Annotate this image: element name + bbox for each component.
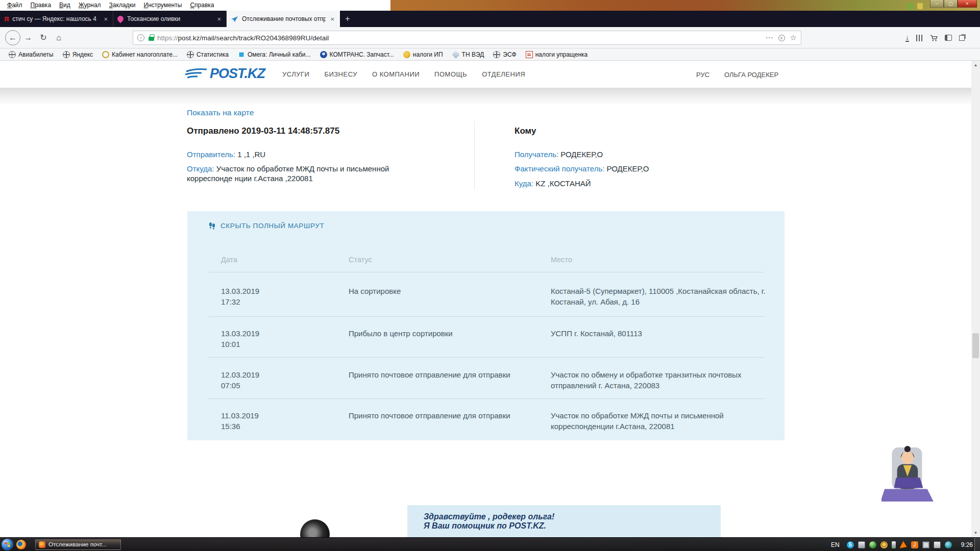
show-on-map-link[interactable]: Показать на карте bbox=[187, 108, 254, 117]
new-tab-button[interactable]: + bbox=[340, 11, 355, 27]
bookmark-nalogi-ip[interactable]: налоги ИП bbox=[400, 49, 447, 60]
bookmark-statistics[interactable]: Статистика bbox=[183, 49, 232, 60]
postkz-logo[interactable]: POST.KZ bbox=[184, 66, 265, 82]
sidebar-icon[interactable] bbox=[945, 35, 952, 41]
tab-close-icon[interactable]: × bbox=[103, 15, 109, 23]
nav-services[interactable]: УСЛУГИ bbox=[282, 70, 309, 78]
tab-yandex-search[interactable]: Я стич су — Яндекс: нашлось 4 × bbox=[0, 11, 113, 27]
header-shadow bbox=[0, 88, 980, 105]
postkz-swoosh-icon bbox=[184, 67, 208, 81]
bookmark-esf[interactable]: ЭСФ bbox=[489, 49, 520, 60]
printer-tray-icon[interactable] bbox=[858, 541, 865, 548]
chat-intro: Я Ваш помощник по POST.KZ. bbox=[424, 521, 721, 531]
extension-icon[interactable] bbox=[959, 35, 965, 41]
footprints-icon bbox=[208, 222, 216, 230]
minimize-button[interactable]: – bbox=[930, 0, 944, 8]
start-button[interactable] bbox=[2, 539, 13, 550]
cart-icon[interactable] bbox=[930, 34, 938, 41]
java-tray-icon[interactable]: J bbox=[911, 541, 918, 548]
show-desktop-button[interactable] bbox=[974, 538, 980, 551]
tab-tuscan-olives[interactable]: Тосканские оливки × bbox=[113, 11, 227, 27]
menu-bar: Файл Правка Вид Журнал Закладки Инструме… bbox=[0, 0, 390, 11]
maximize-button[interactable]: ▢ bbox=[944, 0, 958, 8]
menu-tools[interactable]: Инструменты bbox=[140, 0, 186, 11]
orange-ring-tray-icon[interactable] bbox=[880, 541, 888, 548]
scroll-down-arrow[interactable]: ▼ bbox=[971, 529, 980, 537]
address-bar[interactable]: i https://post.kz/mail/search/track/RO20… bbox=[133, 31, 801, 45]
antivirus-tray-icon[interactable] bbox=[900, 541, 907, 548]
bookmark-yandex[interactable]: Яндекс bbox=[59, 49, 96, 60]
page-viewport: POST.KZ УСЛУГИ БИЗНЕСУ О КОМПАНИИ ПОМОЩЬ… bbox=[0, 61, 980, 537]
skype-tray-icon[interactable]: S bbox=[847, 541, 854, 548]
bookmark-omega[interactable]: Омега: Личный каби... bbox=[234, 49, 314, 60]
scrollbar-thumb[interactable] bbox=[972, 333, 979, 358]
home-button[interactable]: ⌂ bbox=[51, 30, 66, 45]
navigation-toolbar: ← → ↻ ⌂ i https://post.kz/mail/search/tr… bbox=[0, 27, 980, 48]
row-divider bbox=[208, 316, 764, 317]
tab-close-icon[interactable]: × bbox=[216, 15, 222, 23]
tab-bar: Я стич су — Яндекс: нашлось 4 × Тосканск… bbox=[0, 11, 980, 27]
menu-file[interactable]: Файл bbox=[3, 0, 27, 11]
teal-tray-icon[interactable] bbox=[945, 541, 952, 548]
user-account-link[interactable]: ОЛЬГА РОДЕКЕР bbox=[724, 71, 778, 79]
reload-button[interactable]: ↻ bbox=[36, 30, 51, 45]
destination-line: Куда: KZ ,КОСТАНАЙ bbox=[514, 179, 591, 188]
page-actions-icon[interactable]: ⋯ bbox=[766, 33, 773, 42]
bookmarks-toolbar: Авиабилеты Яндекс Кабинет налогоплате...… bbox=[0, 48, 980, 61]
menu-edit[interactable]: Правка bbox=[27, 0, 56, 11]
bookmark-taxpayer-cabinet[interactable]: Кабинет налогоплате... bbox=[99, 49, 181, 60]
green-globe-tray-icon[interactable] bbox=[869, 541, 876, 548]
row-divider bbox=[208, 398, 764, 399]
red-doc-icon bbox=[526, 51, 533, 58]
tab-close-icon[interactable]: × bbox=[329, 15, 335, 23]
hide-route-toggle[interactable]: СКРЫТЬ ПОЛНЫЙ МАРШРУТ bbox=[208, 222, 324, 230]
nav-about[interactable]: О КОМПАНИИ bbox=[372, 70, 420, 78]
desktop-icon-peek bbox=[917, 3, 923, 9]
column-header-date: Дата bbox=[221, 256, 237, 264]
close-button[interactable]: × bbox=[958, 0, 977, 8]
clock[interactable]: 9:26 bbox=[961, 541, 973, 548]
sender-line: Отправитель: 1 ,1 ,RU bbox=[187, 149, 265, 159]
tab-mail-tracking-active[interactable]: Отслеживание почтовых отпр × bbox=[227, 11, 340, 27]
page-info-icon[interactable]: i bbox=[137, 34, 144, 41]
url-text[interactable]: https://post.kz/mail/search/track/RO2043… bbox=[157, 34, 766, 42]
globe-icon bbox=[63, 51, 70, 58]
sent-title: Отправлено 2019-03-11 14:48:57.875 bbox=[187, 126, 339, 136]
firefox-pinned-icon[interactable] bbox=[16, 540, 26, 549]
menu-help[interactable]: Справка bbox=[186, 0, 218, 11]
desktop: Файл Правка Вид Журнал Закладки Инструме… bbox=[0, 0, 980, 551]
downloads-icon[interactable]: ↓ bbox=[905, 34, 909, 42]
back-button[interactable]: ← bbox=[5, 30, 20, 45]
library-icon[interactable] bbox=[916, 35, 923, 41]
receiver-line: Получатель: РОДЕКЕР,О bbox=[514, 149, 603, 159]
bookmark-nalogi-uproshchenka[interactable]: налоги упращенка bbox=[522, 49, 592, 60]
bookmark-star-icon[interactable]: ☆ bbox=[790, 33, 797, 42]
forward-button[interactable]: → bbox=[20, 30, 36, 45]
menu-history[interactable]: Журнал bbox=[75, 0, 105, 11]
assistant-avatar[interactable] bbox=[881, 444, 938, 503]
scroll-up-arrow[interactable]: ▲ bbox=[971, 61, 980, 69]
network-tray-icon[interactable] bbox=[922, 541, 929, 548]
site-header: POST.KZ УСЛУГИ БИЗНЕСУ О КОМПАНИИ ПОМОЩЬ… bbox=[0, 61, 980, 88]
nav-help[interactable]: ПОМОЩЬ bbox=[434, 70, 467, 78]
coin-icon bbox=[403, 51, 410, 58]
bookmark-komtrans[interactable]: КОМТРАНС. Запчаст... bbox=[316, 49, 398, 60]
nav-business[interactable]: БИЗНЕСУ bbox=[324, 70, 357, 78]
usb-tray-icon[interactable] bbox=[892, 541, 896, 548]
assistant-chat-bubble: Здравствуйте , родекер ольга! Я Ваш помо… bbox=[407, 505, 721, 537]
page-scrollbar[interactable]: ▲ ▼ bbox=[971, 61, 980, 537]
site-nav: УСЛУГИ БИЗНЕСУ О КОМПАНИИ ПОМОЩЬ ОТДЕЛЕН… bbox=[282, 61, 525, 88]
menu-bookmarks[interactable]: Закладки bbox=[105, 0, 140, 11]
pocket-icon[interactable]: ∨ bbox=[778, 35, 785, 41]
bookmark-aviabilety[interactable]: Авиабилеты bbox=[5, 49, 57, 60]
active-task-button[interactable]: Отслеживание почт... bbox=[35, 539, 121, 550]
actual-receiver-line: Фактический получатель: РОДЕКЕР,О bbox=[514, 164, 649, 173]
bookmark-tn-ved[interactable]: ТН ВЭД bbox=[449, 49, 488, 60]
nav-branches[interactable]: ОТДЕЛЕНИЯ bbox=[482, 70, 525, 78]
language-switcher[interactable]: РУС bbox=[696, 71, 709, 79]
power-tray-icon[interactable] bbox=[934, 541, 941, 548]
language-indicator[interactable]: EN bbox=[831, 541, 840, 548]
menu-view[interactable]: Вид bbox=[55, 0, 75, 11]
firefox-window: Файл Правка Вид Журнал Закладки Инструме… bbox=[0, 0, 980, 537]
tab-title: Отслеживание почтовых отпр bbox=[242, 15, 326, 22]
